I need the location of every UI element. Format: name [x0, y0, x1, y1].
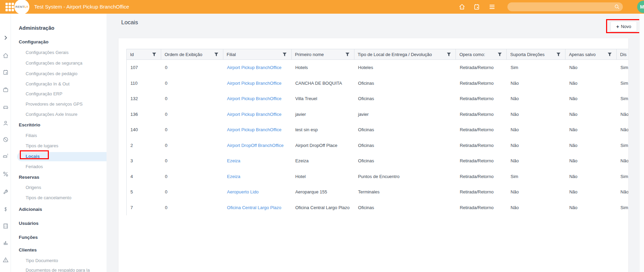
- vertical-scrollbar[interactable]: [639, 14, 644, 272]
- column-label: Dis: [620, 52, 627, 57]
- calendar-icon[interactable]: [472, 2, 481, 12]
- table-cell: 0: [161, 184, 223, 200]
- rently-logo[interactable]: RENTLY: [14, 0, 29, 14]
- filter-icon[interactable]: [498, 52, 502, 57]
- table-cell: Não: [507, 153, 565, 169]
- bar-chart-icon[interactable]: [0, 237, 11, 248]
- table-cell: 0: [161, 169, 223, 185]
- table-cell: Não: [507, 91, 565, 107]
- filter-icon[interactable]: [607, 52, 612, 57]
- column-header-apenas-salvo[interactable]: Apenas salvo: [565, 49, 617, 59]
- sidebar-item-configura-es-de-ped-gio[interactable]: Configurações de pedágio: [11, 70, 107, 78]
- filter-icon[interactable]: [345, 52, 350, 57]
- wrench-icon[interactable]: [0, 187, 11, 197]
- filial-link[interactable]: Ezeiza: [223, 169, 292, 185]
- table-cell: Oficinas: [354, 122, 456, 138]
- table-cell: Não: [565, 200, 617, 216]
- filial-link[interactable]: Airport Pickup BranchOffice: [223, 107, 292, 122]
- column-header-primeiro-nome[interactable]: Primeiro nome: [292, 49, 354, 59]
- page-title: Locais: [121, 19, 138, 26]
- sidebar-item-tipos-de-cancelamento[interactable]: Tipos de cancelamento: [11, 194, 107, 202]
- warning-icon[interactable]: [0, 255, 11, 265]
- filial-link[interactable]: Airport Pickup BranchOffice: [223, 122, 292, 138]
- table-cell: Oficinas: [354, 153, 456, 169]
- sidebar-item-escrit-rio[interactable]: Escritório: [11, 121, 107, 129]
- sidebar-item-configura-o-in-out[interactable]: Configuração In & Out: [11, 80, 107, 88]
- filial-link[interactable]: Ezeiza: [223, 153, 292, 169]
- table-cell: Não: [565, 107, 617, 122]
- top-bar: RENTLY Test System - Airport Pickup Bran…: [0, 0, 644, 14]
- column-header-opera-como-[interactable]: Opera como:: [456, 49, 507, 59]
- filial-link[interactable]: Airport Pickup BranchOffice: [223, 91, 292, 107]
- table-cell: Airport DropOff Place: [292, 138, 354, 153]
- column-label: Id: [130, 52, 134, 57]
- sidebar-item-configura-es-gerais[interactable]: Configurações Gerais: [11, 49, 107, 57]
- table-cell: 0: [161, 200, 223, 216]
- filial-link[interactable]: Aeropuerto Lido: [223, 184, 292, 200]
- table-row: 30EzeizaEzeizaOficinasRetirada/RetornoNã…: [127, 153, 628, 169]
- sidebar-item-feriados[interactable]: Feriados: [11, 163, 107, 171]
- column-header-tipo-de-local-de-entrega-devolu-o[interactable]: Tipo de Local de Entrega / Devolução: [354, 49, 456, 59]
- column-header-id[interactable]: Id: [127, 49, 161, 59]
- icon-rail: [0, 14, 11, 272]
- filter-icon[interactable]: [152, 52, 156, 57]
- sidebar-item-tipos-de-lugares[interactable]: Tipos de lugares: [11, 142, 107, 150]
- column-header-filial[interactable]: Filial: [223, 49, 292, 59]
- table-cell: 136: [127, 107, 161, 122]
- briefcase-icon[interactable]: [0, 84, 11, 95]
- sidebar-item-fun-es[interactable]: Funções: [11, 233, 107, 242]
- filter-icon[interactable]: [214, 52, 219, 57]
- table-cell: Não: [617, 122, 628, 138]
- sidebar-item-usu-rios[interactable]: Usuários: [11, 219, 107, 228]
- table-cell: 3: [127, 153, 161, 169]
- column-header-suporta-dire-es[interactable]: Suporta Direções: [507, 49, 565, 59]
- sidebar-item-reservas[interactable]: Reservas: [11, 173, 107, 181]
- column-header-dis[interactable]: Dis: [617, 49, 628, 59]
- sidebar-item-origens[interactable]: Origens: [11, 183, 107, 192]
- filter-icon[interactable]: [282, 52, 287, 57]
- percent-icon[interactable]: [0, 169, 11, 179]
- search-input[interactable]: [512, 2, 611, 11]
- sidebar-item-configura-o[interactable]: Configuração: [11, 38, 107, 46]
- home-icon[interactable]: [0, 50, 11, 60]
- table-cell: Retirada/Retorno: [456, 91, 507, 107]
- menu-icon[interactable]: [487, 2, 497, 12]
- calendar-icon[interactable]: [0, 67, 11, 77]
- sidebar-item-filiais[interactable]: Filiais: [11, 132, 107, 140]
- home-icon[interactable]: [457, 2, 467, 12]
- filial-link[interactable]: Airport Pickup BranchOffice: [223, 76, 292, 91]
- table-cell: Retirada/Retorno: [456, 107, 507, 122]
- car-icon[interactable]: [0, 101, 11, 112]
- user-avatar[interactable]: Ma: [637, 1, 644, 13]
- sidebar-item-clientes[interactable]: Clientes: [11, 246, 107, 254]
- sidebar-item-adicionais[interactable]: Adicionais: [11, 205, 107, 214]
- filial-link[interactable]: Oficina Central Largo Plazo: [223, 200, 292, 216]
- sidebar-item-administra-o[interactable]: Administração: [11, 24, 107, 32]
- table-cell: 0: [161, 138, 223, 153]
- table-cell: 7: [127, 200, 161, 216]
- filter-icon[interactable]: [447, 52, 451, 57]
- filial-link[interactable]: Airport DropOff BranchOffice: [223, 138, 292, 153]
- filial-link[interactable]: Airport Pickup BranchOffice: [223, 60, 292, 76]
- sidebar-item-configura-es-axle-insure[interactable]: Configurações Axle Insure: [11, 110, 107, 119]
- sidebar-item-provedores-de-servi-os-gps[interactable]: Provedores de serviços GPS: [11, 100, 107, 108]
- car-alert-icon[interactable]: [0, 151, 11, 161]
- sidebar-item-configura-es-de-seguran-a[interactable]: Configurações de segurança: [11, 59, 107, 67]
- ban-icon[interactable]: [0, 134, 11, 145]
- chevron-right-icon[interactable]: [0, 32, 11, 43]
- calculator-icon[interactable]: [0, 221, 11, 231]
- dollar-icon[interactable]: [0, 204, 11, 214]
- apps-grid-icon[interactable]: [5, 3, 14, 11]
- column-label: Suporta Direções: [510, 52, 544, 57]
- column-header-ordem-de-exibi-o[interactable]: Ordem de Exibição: [161, 49, 223, 59]
- filter-icon[interactable]: [556, 52, 561, 57]
- user-icon[interactable]: [0, 118, 11, 128]
- sidebar-item-tipo-documento[interactable]: Tipo Documento: [11, 257, 107, 265]
- table-cell: Oficinas: [354, 138, 456, 153]
- search-icon[interactable]: [614, 4, 620, 11]
- table-cell: 5: [127, 184, 161, 200]
- sidebar-item-configura-o-erp[interactable]: Configuração ERP: [11, 90, 107, 98]
- sidebar-item-documentos-de-respaldo-para-la[interactable]: Documentos de respaldo para la: [11, 266, 107, 272]
- sidebar-item-locais[interactable]: Locais: [11, 152, 107, 161]
- new-button[interactable]: + Novo: [611, 22, 637, 31]
